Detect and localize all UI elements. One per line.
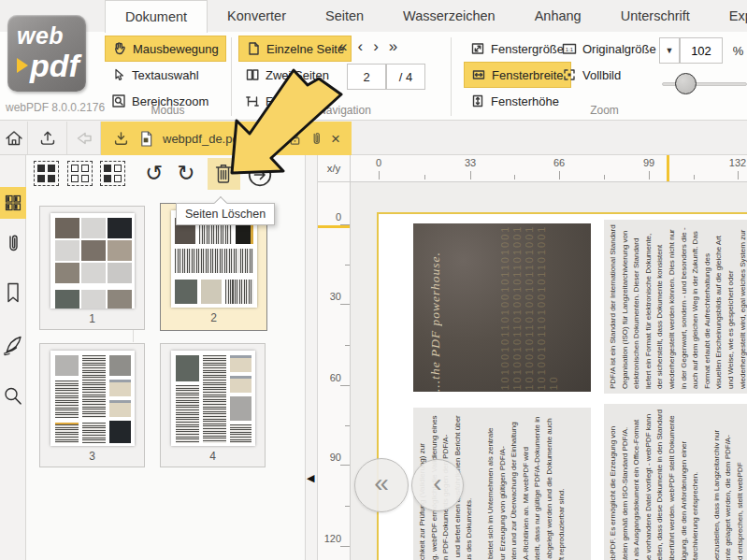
vollbild-button[interactable]: Vollbild [555, 62, 627, 88]
close-icon[interactable]: × [331, 131, 340, 147]
last-page-icon[interactable]: » [389, 37, 397, 56]
document-tab-webpdf-de[interactable]: webpdf_de.pdf × [101, 122, 352, 155]
deselect-pages-button[interactable] [67, 161, 93, 186]
first-page-icon[interactable]: « [338, 37, 347, 56]
single-page-icon [246, 41, 261, 56]
arrow-circle-icon [246, 161, 274, 189]
modus-group-label: Modus [105, 104, 231, 117]
tab-unterschrift[interactable]: Unterschrift [601, 0, 710, 32]
fenstergroesse-label: Fenstergröße [491, 42, 564, 56]
page-thumbnail-4[interactable]: 4 [160, 343, 266, 467]
sidebar-item-signature[interactable] [0, 327, 26, 363]
apply-forward-button[interactable] [245, 160, 275, 190]
sidebar-item-search[interactable] [0, 380, 26, 415]
originalgroesse-button[interactable]: 1:1 Originalgröße [555, 36, 663, 62]
deselect-pages-icon [67, 161, 93, 186]
zwei-seiten-button[interactable]: Zwei Seiten [238, 62, 336, 88]
page-text-block-bottom-right: auch webPDF. Es ermöglicht die Erzeugung… [604, 404, 747, 560]
delete-pages-button[interactable] [208, 158, 240, 190]
double-chevron-left-icon: « [374, 470, 389, 496]
page-total-label: / 4 [386, 64, 425, 90]
page-3-preview [50, 351, 135, 446]
pdf-file-icon [138, 130, 154, 148]
page-thumbnails-icon [4, 194, 22, 212]
page-thumbnail-1[interactable]: 1 [39, 206, 145, 330]
originalgroesse-label: Originalgröße [582, 42, 656, 56]
ruler-position-marker [667, 155, 669, 182]
webpdf-logo: web pdf [7, 15, 86, 92]
horizontal-ruler: 0 33 66 99 132 [351, 155, 747, 182]
tab-wasserzeichen[interactable]: Wasserzeichen [383, 0, 515, 32]
fenstergroesse-button[interactable]: Fenstergröße [464, 36, 570, 62]
tab-export[interactable]: Export [710, 0, 747, 32]
tab-anhang[interactable]: Anhang [515, 0, 601, 32]
page-text-block-top-right: PDF/A ist ein Standard der International… [604, 220, 747, 394]
invert-selection-button[interactable] [100, 161, 125, 186]
redo-button[interactable]: ↻ [172, 159, 200, 187]
cursor-icon [111, 67, 126, 82]
h-ruler-tick-label: 0 [376, 157, 381, 168]
zoom-slider-thumb[interactable] [675, 73, 697, 94]
collapse-panel-icon[interactable]: ◀ [307, 472, 314, 484]
paperclip-icon [6, 232, 21, 254]
textauswahl-button[interactable]: Textauswahl [105, 62, 206, 88]
page-thumbnail-3[interactable]: 3 [39, 343, 145, 467]
h-ruler-tick-label: 99 [643, 157, 654, 168]
undo-icon: ↺ [145, 163, 163, 184]
upload-icon [37, 128, 58, 149]
v-ruler-tick-label: 90 [330, 452, 341, 463]
previous-page-overlay-button[interactable]: ‹ [411, 459, 464, 511]
paperclip-icon[interactable] [310, 130, 323, 147]
page-number-label: 4 [209, 450, 216, 463]
back-button[interactable] [67, 122, 101, 154]
tab-dokument[interactable]: Dokument [105, 0, 208, 33]
mausbewegung-button[interactable]: Mausbewegung [105, 36, 226, 62]
zoom-group-label: Zoom [462, 104, 747, 117]
einzelne-seite-button[interactable]: Einzelne Seite [238, 36, 352, 62]
left-sidebar [0, 155, 26, 560]
invert-selection-icon [100, 161, 125, 186]
panel-splitter[interactable] [305, 155, 318, 560]
two-pages-icon [245, 67, 260, 82]
download-document-icon[interactable] [112, 130, 130, 148]
app-version: webPDF 8.0.0.2176 [6, 101, 105, 114]
zoom-value-input[interactable] [680, 37, 723, 64]
bookmark-icon [4, 281, 22, 304]
page-number-input[interactable] [347, 64, 386, 90]
upload-button[interactable] [28, 122, 67, 154]
select-all-pages-button[interactable] [34, 161, 59, 186]
logo-play-triangle-icon [17, 58, 28, 73]
select-all-pages-icon [34, 161, 59, 186]
quill-feather-icon [2, 333, 24, 357]
sidebar-item-thumbnails[interactable] [0, 187, 26, 219]
first-page-overlay-button[interactable]: « [354, 458, 409, 512]
undo-button[interactable]: ↺ [140, 159, 168, 187]
page-hero-image: 0110100101101001011010010110100101101001… [413, 223, 591, 392]
navigation-group-label: Navigation [238, 104, 451, 117]
next-page-icon[interactable]: › [373, 37, 379, 56]
home-button[interactable] [0, 122, 28, 154]
textauswahl-label: Textauswahl [132, 68, 199, 82]
page-nav-arrows: « ‹ › » [338, 37, 397, 56]
einzelne-seite-label: Einzelne Seite [266, 42, 344, 56]
tooltip-seiten-loeschen: Seiten Löschen [176, 203, 275, 225]
sidebar-item-attachments[interactable] [0, 227, 26, 259]
sidebar-item-bookmarks[interactable] [0, 277, 26, 309]
ruler-corner: x/y [318, 155, 351, 182]
original-size-icon: 1:1 [562, 41, 577, 56]
binary-pattern: 0110100101101001011010010110100101101001… [499, 223, 589, 392]
chevron-left-icon: ‹ [433, 470, 441, 496]
redo-icon: ↻ [177, 163, 194, 184]
document-canvas[interactable]: 0110100101101001011010010110100101101001… [351, 182, 747, 560]
tab-konverter[interactable]: Konverter [208, 0, 306, 32]
zoom-dropdown-button[interactable]: ▼ [659, 37, 680, 64]
lock-icon[interactable] [288, 131, 302, 147]
search-icon [2, 385, 24, 409]
previous-page-icon[interactable]: ‹ [357, 37, 363, 56]
hero-caption: ...the PDF powerhouse. [428, 223, 443, 392]
zoom-percent-label: % [723, 37, 747, 64]
chevron-down-icon: ▼ [666, 46, 674, 55]
v-ruler-tick-label: 0 [336, 211, 341, 223]
trash-icon [212, 162, 235, 186]
tab-seiten[interactable]: Seiten [306, 0, 383, 32]
